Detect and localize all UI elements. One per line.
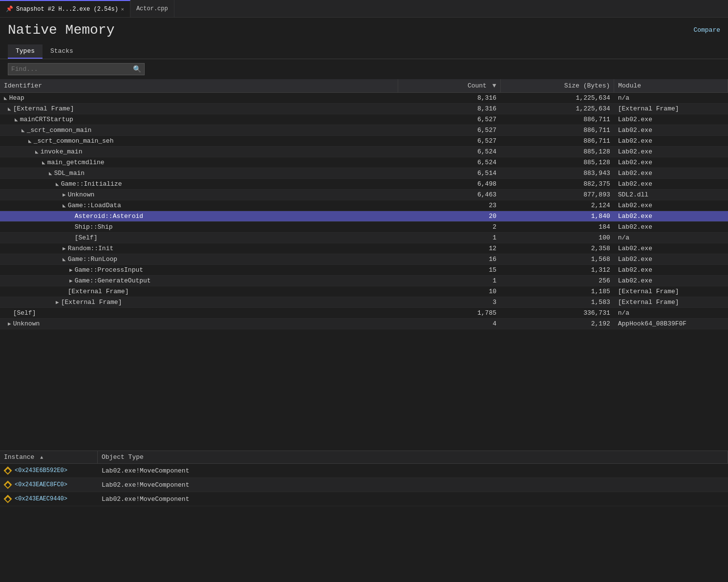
collapse-arrow[interactable]: ◣ [42,159,45,166]
tab-stacks[interactable]: Stacks [43,44,81,59]
search-bar: 🔍 [0,59,728,79]
instance-address: <0x243EAEC8FC0> [15,481,67,488]
cell-count: 1,785 [398,308,500,319]
cell-module: Lab02.exe [614,125,728,136]
tab-actor[interactable]: Actor.cpp [130,0,174,17]
table-row[interactable]: ◣Game::RunLoop161,568Lab02.exe [0,254,728,265]
collapse-arrow[interactable]: ◣ [63,256,66,262]
row-label: Game::RunLoop [68,256,117,263]
collapse-arrow[interactable]: ◣ [63,202,66,209]
object-type-cell: Lab02.exe!MoveComponent [98,466,728,476]
cell-size: 184 [500,222,614,233]
collapse-arrow[interactable]: ◣ [49,170,52,176]
expand-arrow[interactable]: ▶ [63,192,66,198]
table-row[interactable]: ◣mainCRTStartup6,527886,711Lab02.exe [0,114,728,125]
bottom-rows[interactable]: <0x243E6B592E0> Lab02.exe!MoveComponent … [0,464,728,546]
expand-arrow[interactable]: ▶ [69,278,73,284]
cell-module: [External Frame] [614,286,728,297]
instance-icon [4,481,12,489]
instance-icon [4,495,12,503]
cell-count: 6,524 [398,147,500,157]
collapse-arrow[interactable]: ◣ [4,95,7,101]
table-row[interactable]: ◣Game::Initialize6,498882,375Lab02.exe [0,179,728,190]
table-header-row: Identifier Count ▼ Size (Bytes) Module [0,79,728,93]
sort-up-icon: ▲ [40,455,43,460]
cell-identifier: ◣mainCRTStartup [0,114,398,125]
expand-arrow[interactable]: ▶ [69,267,73,273]
compare-button[interactable]: Compare [693,26,720,34]
table-row[interactable]: ▶Game::ProcessInput151,312Lab02.exe [0,265,728,276]
table-row[interactable]: ◣SDL_main6,514883,943Lab02.exe [0,168,728,179]
cell-module: AppHook64_08B39F0F [614,319,728,329]
list-item[interactable]: <0x243EAEC9440> Lab02.exe!MoveComponent [0,492,728,506]
row-label: Ship::Ship [75,223,113,231]
row-label: [External Frame] [61,299,122,306]
cell-module: Lab02.exe [614,211,728,222]
list-item[interactable]: <0x243EAEC8FC0> Lab02.exe!MoveComponent [0,478,728,492]
tab-close-icon[interactable]: ✕ [121,6,124,12]
table-row[interactable]: ▶Unknown42,192AppHook64_08B39F0F [0,319,728,329]
row-label: [Self] [13,309,36,317]
collapse-arrow[interactable]: ◣ [8,106,11,112]
table-row[interactable]: ▶[External Frame]31,583[External Frame] [0,297,728,308]
search-input[interactable] [11,65,133,73]
table-row[interactable]: ◣_scrt_common_main_seh6,527886,711Lab02.… [0,136,728,147]
table-row[interactable]: ◣Heap8,3161,225,634n/a [0,93,728,104]
table-row[interactable]: ▶[External Frame]101,185[External Frame] [0,286,728,297]
table-row[interactable]: ▶Asteroid::Asteroid201,840Lab02.exe [0,211,728,222]
cell-size: 1,840 [500,211,614,222]
diamond-icon [4,495,12,503]
table-row[interactable]: ◣invoke_main6,524885,128Lab02.exe [0,147,728,157]
cell-size: 1,583 [500,297,614,308]
table-row[interactable]: ▶Random::Init122,358Lab02.exe [0,243,728,254]
main-table-container[interactable]: Identifier Count ▼ Size (Bytes) Module ◣… [0,79,728,451]
expand-arrow[interactable]: ▶ [8,321,11,327]
table-row[interactable]: ▶[Self]1,785336,731n/a [0,308,728,319]
bottom-header: Instance ▲ Object Type [0,451,728,464]
cell-size: 1,225,634 [500,93,614,104]
row-label: _scrt_common_main_seh [34,137,114,145]
cell-size: 336,731 [500,308,614,319]
list-item[interactable]: <0x243E6B592E0> Lab02.exe!MoveComponent [0,464,728,478]
col-header-count[interactable]: Count ▼ [398,79,500,93]
expand-arrow[interactable]: ▶ [63,245,66,252]
instance-cell: <0x243EAEC9440> [0,494,98,504]
cell-size: 1,312 [500,265,614,276]
row-label: Game::LoadData [68,202,121,209]
main-table: Identifier Count ▼ Size (Bytes) Module ◣… [0,79,728,329]
cell-count: 23 [398,200,500,211]
table-row[interactable]: ◣[External Frame]8,3161,225,634[External… [0,104,728,114]
table-row[interactable]: ▶Game::GenerateOutput1256Lab02.exe [0,276,728,286]
table-row[interactable]: ▶Unknown6,463877,893SDL2.dll [0,190,728,200]
tab-types[interactable]: Types [8,44,43,59]
table-row[interactable]: ▶[Self]1100n/a [0,233,728,243]
tab-bar: 📌 Snapshot #2 H...2.exe (2.54s) ✕ Actor.… [0,0,728,18]
cell-size: 2,124 [500,200,614,211]
row-label: SDL_main [54,170,85,177]
cell-size: 1,225,634 [500,104,614,114]
table-row[interactable]: ◣_scrt_common_main6,527886,711Lab02.exe [0,125,728,136]
collapse-arrow[interactable]: ◣ [56,181,59,187]
collapse-arrow[interactable]: ◣ [21,127,25,133]
row-label: invoke_main [41,148,83,155]
cell-identifier: ▶[Self] [0,308,398,319]
table-row[interactable]: ▶Ship::Ship2184Lab02.exe [0,222,728,233]
cell-count: 6,514 [398,168,500,179]
cell-identifier: ▶Unknown [0,319,398,329]
table-row[interactable]: ◣main_getcmdline6,524885,128Lab02.exe [0,157,728,168]
expand-arrow[interactable]: ▶ [56,299,59,305]
tab-snapshot[interactable]: 📌 Snapshot #2 H...2.exe (2.54s) ✕ [0,0,130,17]
cell-size: 882,375 [500,179,614,190]
tab-snapshot-label: Snapshot #2 H...2.exe (2.54s) [16,6,118,13]
cell-count: 8,316 [398,93,500,104]
collapse-arrow[interactable]: ◣ [15,116,18,123]
cell-size: 886,711 [500,114,614,125]
bottom-col-instance[interactable]: Instance ▲ [0,451,98,463]
cell-count: 2 [398,222,500,233]
cell-identifier: ◣[External Frame] [0,104,398,114]
row-label: _scrt_common_main [27,127,92,134]
table-row[interactable]: ◣Game::LoadData232,124Lab02.exe [0,200,728,211]
collapse-arrow[interactable]: ◣ [28,138,32,144]
sort-indicator-count: ▼ [492,82,496,89]
collapse-arrow[interactable]: ◣ [35,149,39,155]
